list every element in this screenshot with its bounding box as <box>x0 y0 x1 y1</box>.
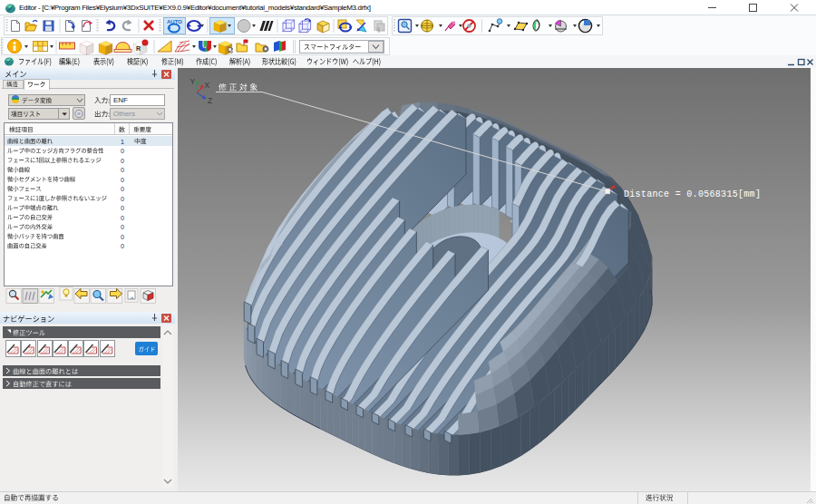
svg-text:Y: Y <box>190 77 196 86</box>
svg-text:Distance = 0.0568315[mm]: Distance = 0.0568315[mm] <box>624 189 761 199</box>
svg-text:Z: Z <box>208 96 212 105</box>
svg-text:X: X <box>205 81 210 90</box>
